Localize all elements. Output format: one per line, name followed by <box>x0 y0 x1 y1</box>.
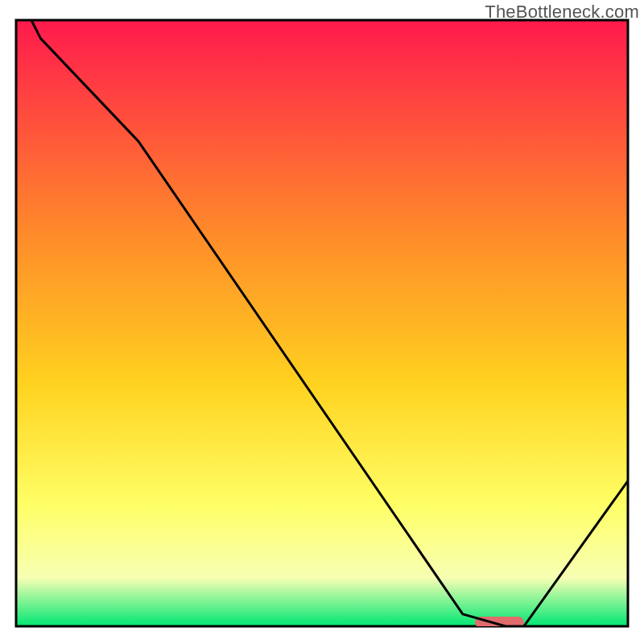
bottleneck-chart <box>0 0 644 644</box>
chart-frame: TheBottleneck.com <box>0 0 644 644</box>
watermark-text: TheBottleneck.com <box>485 2 639 23</box>
gradient-background <box>16 20 628 626</box>
